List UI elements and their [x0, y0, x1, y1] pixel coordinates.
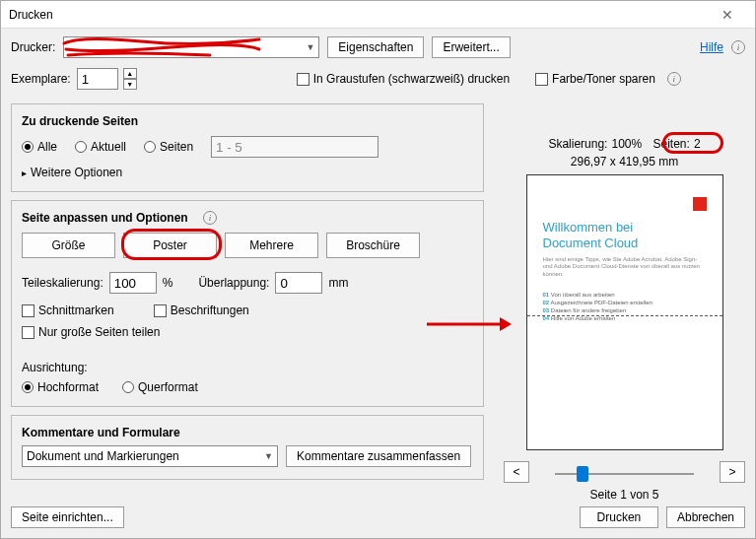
svg-marker-1: [500, 317, 512, 331]
print-preview: Willkommen beiDocument Cloud Hier sind e…: [526, 174, 723, 450]
help-link[interactable]: Hilfe: [700, 40, 723, 54]
radio-all[interactable]: Alle: [22, 140, 57, 154]
info-icon[interactable]: i: [667, 72, 681, 86]
tile-scale-input[interactable]: [109, 272, 157, 294]
chevron-down-icon: ▼: [306, 42, 314, 52]
printer-label: Drucker:: [11, 40, 55, 54]
page-setup-button[interactable]: Seite einrichten...: [11, 506, 124, 528]
page-indicator: Seite 1 von 5: [504, 488, 745, 502]
tab-size[interactable]: Größe: [22, 233, 115, 258]
window-title: Drucken: [9, 1, 53, 29]
summarize-button[interactable]: Kommentare zusammenfassen: [286, 445, 471, 467]
adobe-icon: [693, 197, 707, 211]
large-only-checkbox[interactable]: Nur große Seiten teilen: [22, 325, 160, 339]
comments-title: Kommentare und Formulare: [22, 426, 473, 439]
page-slider[interactable]: [555, 466, 694, 482]
page-range-input[interactable]: [211, 136, 378, 158]
grayscale-checkbox[interactable]: In Graustufen (schwarzweiß) drucken: [297, 72, 510, 86]
orientation-title: Ausrichtung:: [22, 361, 473, 374]
overlap-label: Überlappung:: [198, 276, 269, 290]
tab-poster[interactable]: Poster: [123, 233, 217, 258]
scale-label: Skalierung:: [548, 137, 607, 151]
tab-booklet[interactable]: Broschüre: [326, 233, 420, 258]
sheet-pages-label: Seiten:: [653, 137, 690, 151]
radio-landscape[interactable]: Querformat: [122, 380, 198, 394]
advanced-button[interactable]: Erweitert...: [432, 36, 510, 58]
print-button[interactable]: Drucken: [580, 506, 658, 528]
close-icon[interactable]: ✕: [708, 1, 747, 29]
labels-checkbox[interactable]: Beschriftungen: [154, 303, 249, 317]
radio-portrait[interactable]: Hochformat: [22, 380, 99, 394]
next-page-button[interactable]: >: [720, 461, 745, 483]
paper-dimensions: 296,97 x 419,95 mm: [504, 155, 745, 168]
chevron-down-icon: ▼: [264, 451, 273, 461]
prev-page-button[interactable]: <: [504, 461, 529, 483]
fit-title: Seite anpassen und Optionen: [22, 211, 188, 225]
copies-label: Exemplare:: [11, 72, 71, 86]
pages-title: Zu druckende Seiten: [22, 114, 473, 128]
more-options[interactable]: Weitere Optionen: [31, 166, 122, 179]
comments-select[interactable]: Dokument und Markierungen▼: [22, 445, 278, 467]
printer-select[interactable]: ▼: [63, 36, 319, 58]
properties-button[interactable]: Eigenschaften: [327, 36, 424, 58]
radio-range[interactable]: Seiten: [144, 140, 193, 154]
scale-value: 100%: [611, 137, 642, 151]
chevron-right-icon[interactable]: ▸: [22, 168, 27, 178]
sheet-pages-value: 2: [694, 137, 701, 151]
cancel-button[interactable]: Abbrechen: [666, 506, 745, 528]
cutmarks-checkbox[interactable]: Schnittmarken: [22, 303, 114, 317]
tab-multiple[interactable]: Mehrere: [225, 233, 318, 258]
tile-scale-label: Teileskalierung:: [22, 276, 103, 290]
copies-input[interactable]: [77, 68, 118, 90]
info-icon[interactable]: i: [203, 211, 217, 225]
save-toner-checkbox[interactable]: Farbe/Toner sparen: [535, 72, 655, 86]
info-icon[interactable]: i: [731, 40, 745, 54]
copies-stepper[interactable]: ▲▼: [123, 68, 137, 90]
radio-current[interactable]: Aktuell: [75, 140, 126, 154]
overlap-input[interactable]: [275, 272, 322, 294]
